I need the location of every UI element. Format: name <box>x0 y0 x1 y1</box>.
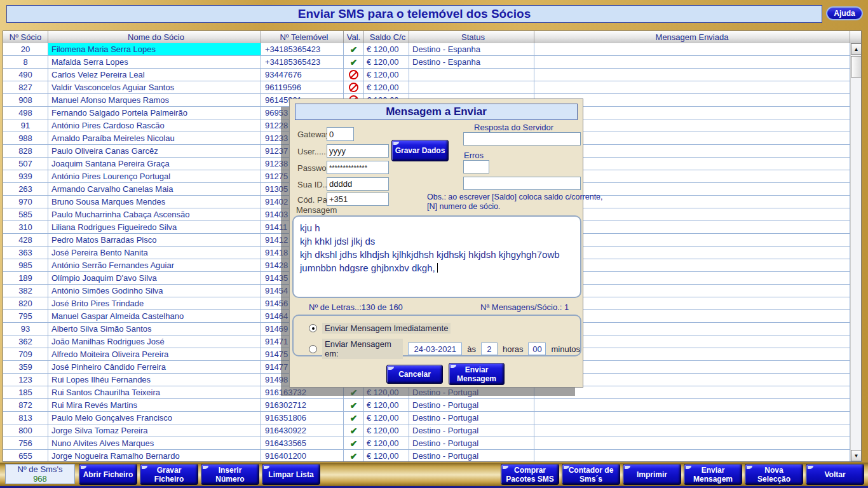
scroll-up-icon[interactable]: ▲ <box>851 43 862 55</box>
socio-name-cell[interactable]: José Brito Pires Trindade <box>48 297 261 309</box>
socio-number-cell[interactable]: 428 <box>3 234 48 246</box>
table-row[interactable]: 8Mafalda Serra Lopes+34185365423✔€ 120,0… <box>3 56 850 69</box>
saldo-cell[interactable]: € 120,00 <box>364 437 409 449</box>
table-scrollbar[interactable]: ▲ ▼ <box>850 43 861 461</box>
saldo-cell[interactable]: € 120,00 <box>364 81 409 93</box>
mensagem-enviada-cell[interactable] <box>534 386 850 398</box>
enviar-mensagem-button[interactable]: EnviarMensagem <box>684 464 742 485</box>
socio-number-cell[interactable]: 820 <box>3 297 48 309</box>
saldo-cell[interactable]: € 120,00 <box>364 386 409 398</box>
socio-number-cell[interactable]: 795 <box>3 310 48 322</box>
saldo-cell[interactable]: € 120,00 <box>364 69 409 81</box>
cod-pais-input[interactable] <box>327 193 389 206</box>
socio-name-cell[interactable]: Joaquim Santana Pereira Graça <box>48 158 261 170</box>
abrir-ficheiro-button[interactable]: Abrir Ficheiro <box>79 464 137 485</box>
nova-seleccao-button[interactable]: NovaSelecção <box>745 464 803 485</box>
status-cell[interactable]: Destino - Espanha <box>409 56 534 68</box>
table-row[interactable]: 813Paulo Melo Gonçalves Francisco9163518… <box>3 412 850 424</box>
status-cell[interactable] <box>409 81 534 93</box>
table-row[interactable]: 20Filomena Maria Serra Lopes+34185365423… <box>3 43 850 56</box>
socio-name-cell[interactable]: António Pires Lourenço Portugal <box>48 170 261 182</box>
socio-number-cell[interactable]: 872 <box>3 399 48 411</box>
cancelar-button[interactable]: Cancelar <box>386 365 443 384</box>
radio-enviar-imediatamente[interactable] <box>309 324 317 332</box>
socio-name-cell[interactable]: José Pinheiro Cândido Ferreira <box>48 361 261 373</box>
socio-number-cell[interactable]: 985 <box>3 259 48 271</box>
mensagem-enviada-cell[interactable] <box>534 69 850 81</box>
socio-name-cell[interactable]: Jorge Nogueira Ramalho Bernardo <box>48 450 261 462</box>
socio-number-cell[interactable]: 490 <box>3 69 48 81</box>
socio-number-cell[interactable]: 988 <box>3 132 48 144</box>
column-header[interactable]: Nome do Sócio <box>48 31 261 43</box>
phone-cell[interactable]: +34185365423 <box>261 43 344 55</box>
socio-name-cell[interactable]: Nuno Alvites Alves Marques <box>48 437 261 449</box>
socio-number-cell[interactable]: 709 <box>3 348 48 360</box>
socio-number-cell[interactable]: 362 <box>3 336 48 348</box>
status-cell[interactable]: Destino - Portugal <box>409 412 534 424</box>
gravar-ficheiro-button[interactable]: GravarFicheiro <box>140 464 198 485</box>
val-cell[interactable]: ✔ <box>344 412 364 424</box>
table-row[interactable]: 872Rui Mira Revés Martins916302712✔€ 120… <box>3 399 850 412</box>
table-row[interactable]: 185Rui Santos Chaurilha Teixeira91616373… <box>3 386 850 399</box>
socio-number-cell[interactable]: 813 <box>3 412 48 424</box>
socio-name-cell[interactable]: Pedro Matos Barradas Pisco <box>48 234 261 246</box>
table-row[interactable]: 655Jorge Nogueira Ramalho Bernardo916401… <box>3 450 850 462</box>
enviar-mensagem-dialog-button[interactable]: Enviar Mensagem <box>449 363 505 385</box>
socio-number-cell[interactable]: 93 <box>3 323 48 335</box>
sua-id-input[interactable] <box>327 177 389 191</box>
table-row[interactable]: 490Carlos Velez Pereira Leal93447676€ 12… <box>3 69 850 81</box>
socio-number-cell[interactable]: 498 <box>3 107 48 119</box>
mensagem-textarea[interactable]: kju hkjh khkl jdsl jlkj dskjh dkshl jdhs… <box>292 215 581 298</box>
socio-name-cell[interactable]: João Manilhas Rodrigues José <box>48 336 261 348</box>
saldo-cell[interactable]: € 120,00 <box>364 399 409 411</box>
mensagem-enviada-cell[interactable] <box>534 43 850 55</box>
phone-cell[interactable]: 916302712 <box>261 399 344 411</box>
socio-name-cell[interactable]: Carlos Velez Pereira Leal <box>48 69 261 81</box>
socio-name-cell[interactable]: Valdir Vasconcelos Aguiar Santos <box>48 81 261 93</box>
socio-name-cell[interactable]: Manuel Afonso Marques Ramos <box>48 94 261 106</box>
socio-number-cell[interactable]: 800 <box>3 424 48 437</box>
socio-name-cell[interactable]: Manuel Gaspar Almeida Castelhano <box>48 310 261 322</box>
mensagem-enviada-cell[interactable] <box>534 450 850 462</box>
socio-number-cell[interactable]: 310 <box>3 221 48 233</box>
val-cell[interactable] <box>344 81 364 93</box>
saldo-cell[interactable]: € 120,00 <box>364 450 409 462</box>
socio-name-cell[interactable]: Olímpio Joaquim D'avo Silva <box>48 272 261 284</box>
phone-cell[interactable]: 916163732 <box>261 386 344 398</box>
table-row[interactable]: 800Jorge Silva Tomaz Pereira916430922✔€ … <box>3 424 850 437</box>
val-cell[interactable] <box>344 69 364 81</box>
socio-name-cell[interactable]: Alfredo Moiteira Oliveira Pereira <box>48 348 261 360</box>
socio-name-cell[interactable]: Liliana Rodrigues Figueiredo Silva <box>48 221 261 233</box>
socio-number-cell[interactable]: 20 <box>3 43 48 55</box>
socio-name-cell[interactable]: Arnaldo Paraíba Meireles Nicolau <box>48 132 261 144</box>
socio-name-cell[interactable]: Paulo Oliveira Canas Garcêz <box>48 145 261 157</box>
resposta-servidor-input[interactable] <box>463 132 581 146</box>
phone-cell[interactable]: 93447676 <box>261 69 344 81</box>
radio-enviar-imediatamente-label[interactable]: Enviar Mensagem Imediatamente <box>322 323 451 334</box>
val-cell[interactable]: ✔ <box>344 450 364 462</box>
socio-number-cell[interactable]: 189 <box>3 272 48 284</box>
socio-number-cell[interactable]: 970 <box>3 196 48 208</box>
gravar-dados-button[interactable]: Gravar Dados <box>391 140 449 161</box>
erros-detail-input[interactable] <box>463 177 581 190</box>
socio-number-cell[interactable]: 382 <box>3 285 48 297</box>
table-row[interactable]: 756Nuno Alvites Alves Marques916433565✔€… <box>3 437 850 450</box>
socio-name-cell[interactable]: Bruno Sousa Marques Mendes <box>48 196 261 208</box>
inserir-numero-button[interactable]: InserirNúmero <box>201 464 259 485</box>
status-cell[interactable]: Destino - Portugal <box>409 386 534 398</box>
saldo-cell[interactable]: € 120,00 <box>364 412 409 424</box>
gateway-input[interactable] <box>327 127 354 141</box>
socio-name-cell[interactable]: Armando Carvalho Canelas Maia <box>48 183 261 195</box>
status-cell[interactable]: Destino - Portugal <box>409 450 534 462</box>
socio-number-cell[interactable]: 185 <box>3 386 48 398</box>
mensagem-enviada-cell[interactable] <box>534 437 850 449</box>
ajuda-button[interactable]: Ajuda <box>826 6 863 20</box>
socio-number-cell[interactable]: 828 <box>3 145 48 157</box>
mensagem-enviada-cell[interactable] <box>534 56 850 68</box>
phone-cell[interactable]: 916351806 <box>261 412 344 424</box>
socio-name-cell[interactable]: Alberto Silva Simão Santos <box>48 323 261 335</box>
socio-number-cell[interactable]: 756 <box>3 437 48 449</box>
column-header[interactable]: Status <box>409 31 534 43</box>
phone-cell[interactable]: 96119596 <box>261 81 344 93</box>
column-header[interactable]: Mensagem Enviada <box>534 31 850 43</box>
